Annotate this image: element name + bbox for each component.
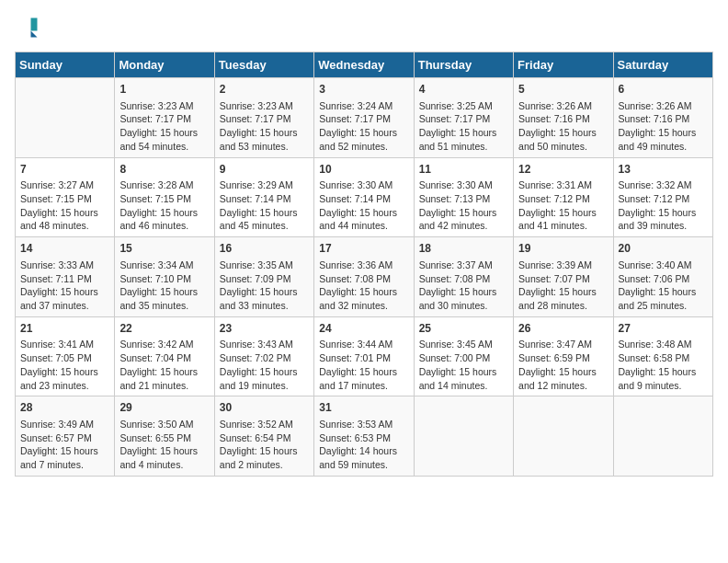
day-content: Sunrise: 3:35 AM Sunset: 7:09 PM Dayligh… xyxy=(220,259,309,313)
calendar-cell: 4Sunrise: 3:25 AM Sunset: 7:17 PM Daylig… xyxy=(414,78,513,158)
calendar-header-row: SundayMondayTuesdayWednesdayThursdayFrid… xyxy=(16,52,713,78)
day-content: Sunrise: 3:23 AM Sunset: 7:17 PM Dayligh… xyxy=(119,99,209,154)
calendar-cell: 2Sunrise: 3:23 AM Sunset: 7:17 PM Daylig… xyxy=(214,78,313,158)
week-row-2: 7Sunrise: 3:27 AM Sunset: 7:15 PM Daylig… xyxy=(16,157,713,237)
day-content: Sunrise: 3:44 AM Sunset: 7:01 PM Dayligh… xyxy=(319,338,408,392)
day-number: 18 xyxy=(419,241,508,257)
day-number: 17 xyxy=(319,241,408,257)
day-content: Sunrise: 3:52 AM Sunset: 6:54 PM Dayligh… xyxy=(220,418,309,472)
day-number: 7 xyxy=(20,162,109,178)
day-number: 30 xyxy=(220,400,309,416)
day-number: 25 xyxy=(419,321,508,337)
calendar-cell: 1Sunrise: 3:23 AM Sunset: 7:17 PM Daylig… xyxy=(115,78,214,158)
calendar-cell: 7Sunrise: 3:27 AM Sunset: 7:15 PM Daylig… xyxy=(16,157,115,237)
calendar-cell xyxy=(16,78,115,158)
calendar-cell: 25Sunrise: 3:45 AM Sunset: 7:00 PM Dayli… xyxy=(414,316,513,396)
day-content: Sunrise: 3:32 AM Sunset: 7:12 PM Dayligh… xyxy=(619,178,708,233)
calendar-cell: 18Sunrise: 3:37 AM Sunset: 7:08 PM Dayli… xyxy=(414,237,513,317)
day-content: Sunrise: 3:27 AM Sunset: 7:15 PM Dayligh… xyxy=(20,178,109,233)
calendar-cell: 9Sunrise: 3:29 AM Sunset: 7:14 PM Daylig… xyxy=(214,157,313,237)
day-number: 14 xyxy=(20,241,109,257)
calendar-cell xyxy=(414,396,513,477)
day-content: Sunrise: 3:48 AM Sunset: 6:58 PM Dayligh… xyxy=(619,338,708,392)
day-number: 20 xyxy=(619,241,708,257)
day-number: 9 xyxy=(220,162,309,178)
day-number: 12 xyxy=(518,162,608,178)
calendar-cell: 23Sunrise: 3:43 AM Sunset: 7:02 PM Dayli… xyxy=(214,316,313,396)
header-saturday: Saturday xyxy=(613,52,712,78)
day-number: 4 xyxy=(419,82,508,98)
calendar-cell: 17Sunrise: 3:36 AM Sunset: 7:08 PM Dayli… xyxy=(314,237,414,317)
calendar-cell xyxy=(514,396,613,477)
calendar-cell: 20Sunrise: 3:40 AM Sunset: 7:06 PM Dayli… xyxy=(613,237,712,317)
day-number: 21 xyxy=(20,321,109,337)
calendar-cell: 13Sunrise: 3:32 AM Sunset: 7:12 PM Dayli… xyxy=(613,157,712,237)
day-number: 8 xyxy=(119,162,209,178)
day-number: 5 xyxy=(518,82,608,98)
day-number: 2 xyxy=(220,82,309,98)
day-number: 22 xyxy=(119,321,209,337)
day-number: 6 xyxy=(619,82,708,98)
calendar-cell: 27Sunrise: 3:48 AM Sunset: 6:58 PM Dayli… xyxy=(613,316,712,396)
day-content: Sunrise: 3:34 AM Sunset: 7:10 PM Dayligh… xyxy=(119,259,209,313)
day-number: 27 xyxy=(619,321,708,337)
day-content: Sunrise: 3:37 AM Sunset: 7:08 PM Dayligh… xyxy=(419,259,508,313)
calendar-cell: 31Sunrise: 3:53 AM Sunset: 6:53 PM Dayli… xyxy=(314,396,414,477)
day-content: Sunrise: 3:41 AM Sunset: 7:05 PM Dayligh… xyxy=(20,338,109,392)
day-number: 26 xyxy=(518,321,608,337)
calendar-cell: 8Sunrise: 3:28 AM Sunset: 7:15 PM Daylig… xyxy=(115,157,214,237)
calendar-cell: 19Sunrise: 3:39 AM Sunset: 7:07 PM Dayli… xyxy=(514,237,613,317)
svg-marker-0 xyxy=(31,18,38,31)
day-content: Sunrise: 3:49 AM Sunset: 6:57 PM Dayligh… xyxy=(20,418,109,472)
day-content: Sunrise: 3:36 AM Sunset: 7:08 PM Dayligh… xyxy=(319,259,408,313)
day-number: 28 xyxy=(20,400,109,416)
calendar-cell xyxy=(613,396,712,477)
day-number: 19 xyxy=(518,241,608,257)
day-content: Sunrise: 3:31 AM Sunset: 7:12 PM Dayligh… xyxy=(518,178,608,233)
day-content: Sunrise: 3:30 AM Sunset: 7:14 PM Dayligh… xyxy=(319,178,408,233)
day-number: 13 xyxy=(619,162,708,178)
day-content: Sunrise: 3:25 AM Sunset: 7:17 PM Dayligh… xyxy=(419,99,508,154)
day-number: 10 xyxy=(319,162,408,178)
header-wednesday: Wednesday xyxy=(314,52,414,78)
svg-marker-1 xyxy=(31,31,38,38)
page-header xyxy=(15,15,713,40)
day-content: Sunrise: 3:26 AM Sunset: 7:16 PM Dayligh… xyxy=(518,99,608,154)
header-friday: Friday xyxy=(514,52,613,78)
week-row-1: 1Sunrise: 3:23 AM Sunset: 7:17 PM Daylig… xyxy=(16,78,713,158)
calendar-cell: 16Sunrise: 3:35 AM Sunset: 7:09 PM Dayli… xyxy=(214,237,313,317)
calendar-cell: 26Sunrise: 3:47 AM Sunset: 6:59 PM Dayli… xyxy=(514,316,613,396)
calendar-cell: 5Sunrise: 3:26 AM Sunset: 7:16 PM Daylig… xyxy=(514,78,613,158)
week-row-4: 21Sunrise: 3:41 AM Sunset: 7:05 PM Dayli… xyxy=(16,316,713,396)
calendar-cell: 30Sunrise: 3:52 AM Sunset: 6:54 PM Dayli… xyxy=(214,396,313,477)
day-number: 1 xyxy=(119,82,209,98)
calendar-cell: 11Sunrise: 3:30 AM Sunset: 7:13 PM Dayli… xyxy=(414,157,513,237)
calendar-cell: 29Sunrise: 3:50 AM Sunset: 6:55 PM Dayli… xyxy=(115,396,214,477)
calendar-cell: 14Sunrise: 3:33 AM Sunset: 7:11 PM Dayli… xyxy=(16,237,115,317)
header-tuesday: Tuesday xyxy=(214,52,313,78)
day-number: 16 xyxy=(220,241,309,257)
calendar-cell: 28Sunrise: 3:49 AM Sunset: 6:57 PM Dayli… xyxy=(16,396,115,477)
calendar-cell: 24Sunrise: 3:44 AM Sunset: 7:01 PM Dayli… xyxy=(314,316,414,396)
day-number: 3 xyxy=(319,82,408,98)
calendar-cell: 22Sunrise: 3:42 AM Sunset: 7:04 PM Dayli… xyxy=(115,316,214,396)
day-content: Sunrise: 3:29 AM Sunset: 7:14 PM Dayligh… xyxy=(220,178,309,233)
day-content: Sunrise: 3:53 AM Sunset: 6:53 PM Dayligh… xyxy=(319,418,408,472)
day-number: 11 xyxy=(419,162,508,178)
day-content: Sunrise: 3:24 AM Sunset: 7:17 PM Dayligh… xyxy=(319,99,408,154)
calendar-cell: 6Sunrise: 3:26 AM Sunset: 7:16 PM Daylig… xyxy=(613,78,712,158)
day-content: Sunrise: 3:39 AM Sunset: 7:07 PM Dayligh… xyxy=(518,259,608,313)
day-content: Sunrise: 3:28 AM Sunset: 7:15 PM Dayligh… xyxy=(119,178,209,233)
calendar-cell: 10Sunrise: 3:30 AM Sunset: 7:14 PM Dayli… xyxy=(314,157,414,237)
day-content: Sunrise: 3:33 AM Sunset: 7:11 PM Dayligh… xyxy=(20,259,109,313)
day-number: 24 xyxy=(319,321,408,337)
day-content: Sunrise: 3:42 AM Sunset: 7:04 PM Dayligh… xyxy=(119,338,209,392)
calendar-cell: 12Sunrise: 3:31 AM Sunset: 7:12 PM Dayli… xyxy=(514,157,613,237)
day-content: Sunrise: 3:47 AM Sunset: 6:59 PM Dayligh… xyxy=(518,338,608,392)
day-content: Sunrise: 3:43 AM Sunset: 7:02 PM Dayligh… xyxy=(220,338,309,392)
logo xyxy=(15,15,44,40)
day-content: Sunrise: 3:23 AM Sunset: 7:17 PM Dayligh… xyxy=(220,99,309,154)
header-monday: Monday xyxy=(115,52,214,78)
day-number: 15 xyxy=(119,241,209,257)
calendar-table: SundayMondayTuesdayWednesdayThursdayFrid… xyxy=(15,52,713,477)
